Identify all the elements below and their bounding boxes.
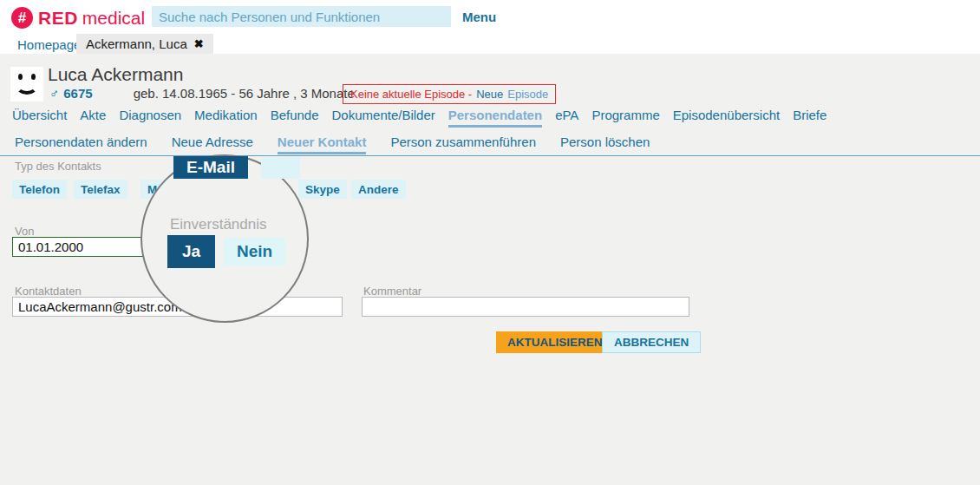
tab-epa[interactable]: ePA (555, 108, 578, 128)
tab-programme[interactable]: Programme (591, 108, 659, 128)
contact-type-email-button-magnified[interactable]: E-Mail (173, 156, 248, 179)
tab-akte[interactable]: Akte (80, 108, 106, 128)
tab-personendaten[interactable]: Personendaten (448, 108, 542, 128)
patient-avatar (10, 67, 43, 102)
red-medical-app: # RED medical Menu Homepage Ackermann, L… (0, 0, 980, 485)
von-label: Von (15, 225, 34, 238)
nav-divider (0, 155, 980, 156)
subtab-person-loeschen[interactable]: Person löschen (560, 134, 650, 154)
consent-nein-button[interactable]: Nein (224, 238, 285, 265)
tab-dokumente-bilder[interactable]: Dokumente/Bilder (332, 108, 435, 128)
brand-red: RED (38, 8, 78, 29)
brand-wordmark: RED medical (38, 8, 145, 29)
tab-patient[interactable]: Ackermann, Luca ✖ (76, 34, 213, 54)
contact-type-label: Typ des Kontakts (15, 160, 101, 173)
tab-befunde[interactable]: Befunde (271, 108, 319, 128)
patient-birth-info: geb. 14.08.1965 - 56 Jahre , 3 Monate (134, 86, 355, 101)
male-gender-icon: ♂ (49, 86, 59, 101)
new-episode-link[interactable]: Neue (476, 88, 503, 101)
kommentar-input[interactable] (362, 297, 689, 317)
red-medical-logo-icon: # (11, 7, 33, 29)
consent-ja-button[interactable]: Ja (167, 235, 215, 268)
tab-diagnosen[interactable]: Diagnosen (119, 108, 181, 128)
menu-link[interactable]: Menu (462, 10, 496, 24)
episode-note: Keine aktuelle Episode - (350, 88, 472, 101)
tab-medikation[interactable]: Medikation (194, 108, 258, 128)
contact-type-skype-button[interactable]: Skype (298, 180, 347, 199)
new-episode-link[interactable]: Episode (507, 88, 548, 101)
brand-medical: medical (82, 8, 145, 29)
subtab-neuer-kontakt[interactable]: Neuer Kontakt (278, 134, 367, 154)
contact-type-telefon-button[interactable]: Telefon (12, 180, 67, 199)
subtab-person-zusammenfuehren[interactable]: Person zusammenführen (390, 134, 536, 154)
abbrechen-button[interactable]: ABBRECHEN (602, 331, 701, 353)
patient-id-row: ♂ 6675 geb. 14.08.1965 - 56 Jahre , 3 Mo… (49, 86, 355, 101)
aktualisieren-button[interactable]: AKTUALISIEREN (496, 331, 614, 353)
tab-homepage[interactable]: Homepage (17, 37, 81, 52)
episode-badge: Keine aktuelle Episode - Neue Episode (343, 84, 556, 104)
tab-episodenuebersicht[interactable]: Episodenübersicht (673, 108, 780, 128)
subtab-personendaten-aendern[interactable]: Personendaten ändern (15, 134, 147, 154)
subtab-neue-adresse[interactable]: Neue Adresse (172, 134, 253, 154)
patient-name: Luca Ackermann (48, 64, 183, 85)
smiley-icon (16, 77, 38, 95)
kontaktdaten-label: Kontaktdaten (15, 285, 82, 298)
tab-briefe[interactable]: Briefe (793, 108, 826, 128)
personendaten-sub-nav: Personendaten ändern Neue Adresse Neuer … (15, 134, 650, 154)
contact-type-telefax-button[interactable]: Telefax (74, 180, 127, 199)
tab-uebersicht[interactable]: Übersicht (12, 108, 67, 128)
patient-id[interactable]: 6675 (63, 86, 92, 101)
close-icon[interactable]: ✖ (194, 37, 204, 50)
tab-patient-label: Ackermann, Luca (86, 36, 187, 51)
patient-main-nav: Übersicht Akte Diagnosen Medikation Befu… (12, 108, 826, 128)
search-input[interactable] (152, 6, 451, 27)
partial-button-magnified (261, 157, 300, 179)
kommentar-label: Kommentar (363, 285, 421, 298)
einverstaendnis-label: Einverständnis (170, 216, 267, 233)
contact-type-andere-button[interactable]: Andere (351, 180, 406, 199)
